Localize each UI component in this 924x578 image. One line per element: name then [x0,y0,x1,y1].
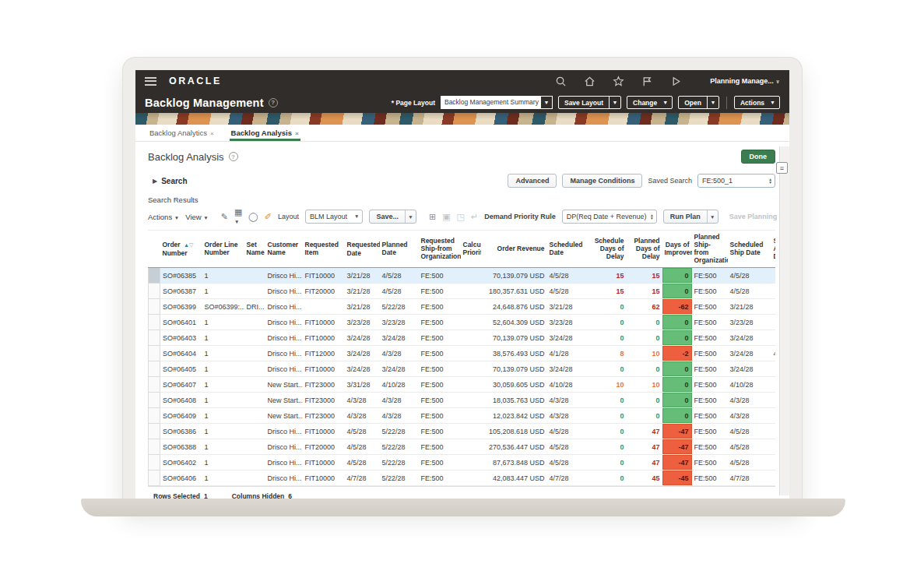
view-menu[interactable]: View ▼ [185,213,209,221]
sort-ascending-icon[interactable]: ▲ [184,242,189,248]
column-header-plan_date[interactable]: Planned Date [380,231,419,268]
highlight-icon[interactable]: ✐ [265,213,272,221]
row-selector-cell[interactable] [149,408,160,424]
cell-sched_ship: 4/5/28 [728,268,771,284]
column-header-revenue[interactable]: Order Revenue [481,231,547,268]
edit-pencil-icon[interactable]: ✎ [221,213,228,221]
cell-sched_arr [771,393,776,408]
row-selector-cell[interactable] [149,439,160,455]
chart-view-icon[interactable]: ▦ ▼ [234,208,242,225]
row-selector-cell[interactable] [149,268,160,284]
row-selector-cell[interactable] [149,315,160,330]
table-row[interactable]: SO#064061Drisco Hi...FIT100004/7/285/22/… [149,471,776,486]
column-header-sched_delay[interactable]: Schedule Days of Delay [588,231,627,268]
search-icon[interactable] [555,76,567,87]
table-row[interactable]: SO#064031Drisco Hi...FIT100003/24/283/24… [149,330,776,346]
table-row[interactable]: SO#064011Drisco Hi...FIT100003/23/283/23… [149,315,776,330]
table-row[interactable]: SO#063851Drisco Hi...FIT100003/21/284/5/… [149,268,776,284]
row-selector-cell[interactable] [149,393,160,408]
column-header-customer[interactable]: Customer Name [265,231,303,268]
column-header-set[interactable]: Set Name [244,231,265,268]
row-selector-cell[interactable] [149,424,160,439]
cell-sched_arr [771,377,776,393]
run-plan-button[interactable]: Run Plan▼ [663,210,718,224]
table-row[interactable]: SO#064071New Start...FIT230003/31/284/10… [149,377,776,393]
row-selector-cell[interactable] [149,471,160,486]
tab-backlog-analysis[interactable]: Backlog Analysis× [230,126,300,141]
cell-req_date: 3/21/28 [345,299,380,315]
cell-plan_org: FE:500 [692,315,728,330]
column-header-improve[interactable]: Days of Improvement [662,231,692,268]
expand-arrow-icon[interactable]: ▶ [153,178,157,185]
cell-sched_date: 4/5/28 [547,284,588,299]
done-button[interactable]: Done [741,150,776,164]
column-header-calc[interactable]: Calculated Priority [461,231,481,268]
table-row[interactable]: SO#064051Drisco Hi...FIT100003/24/283/24… [149,361,776,377]
column-header-sched_arr[interactable]: Scheduled Arrival Date [771,231,776,268]
hamburger-menu-icon[interactable] [145,77,156,86]
cell-improve: 0 [662,377,692,393]
column-header-plan_delay[interactable]: Planned Days of Delay [627,231,662,268]
open-button[interactable]: Open▼ [678,96,719,109]
table-row[interactable]: SO#064041Drisco Hi...FIT120003/24/284/3/… [149,346,776,361]
cell-req_date: 4/3/28 [345,408,380,424]
table-row[interactable]: SO#063881Drisco Hi...FIT200004/5/285/22/… [149,439,776,455]
tab-backlog-analytics[interactable]: Backlog Analytics× [148,126,216,141]
table-row[interactable]: SO#064021Drisco Hi...FIT100004/5/285/22/… [149,455,776,471]
search-results-label: Search Results [148,196,775,204]
row-selector-cell[interactable] [149,377,160,393]
column-header-line[interactable]: Order Line Number [202,231,244,268]
chevron-down-icon[interactable]: ▼ [540,96,553,109]
query-by-example-icon[interactable]: ⊞ [429,213,436,221]
table-row[interactable]: SO#064081New Start...FIT230004/3/284/3/2… [149,393,776,408]
cell-customer: Drisco Hi... [265,455,303,471]
page-layout-select[interactable]: Backlog Management Summary ▼ [441,96,553,109]
row-selector-cell[interactable] [149,361,160,377]
freeze-icon[interactable]: ◯ [248,213,258,221]
panel-expander-icon[interactable]: ≡ [776,162,788,174]
column-header-plan_org[interactable]: Planned Ship-from Organization [692,231,728,268]
table-row[interactable]: SO#063861Drisco Hi...FIT100004/5/285/22/… [149,424,776,439]
cell-calc [461,361,481,377]
column-header-sched_ship[interactable]: Scheduled Ship Date [728,231,771,268]
layout-select[interactable]: BLM Layout ▼ [305,210,363,224]
manage-conditions-button[interactable]: Manage Conditions [562,174,642,188]
notifications-icon[interactable] [670,76,682,87]
column-header-item[interactable]: Requested Item [303,231,345,268]
cell-item: FIT10000 [303,471,345,486]
right-panel-strip[interactable] [779,146,789,495]
actions-button[interactable]: Actions▼ [734,96,780,109]
change-button[interactable]: Change▼ [627,96,673,109]
column-header-order[interactable]: Order ▲▽ Number [160,231,202,268]
row-selector-cell[interactable] [149,299,160,315]
tab-bar: Backlog Analytics× Backlog Analysis× [135,125,789,142]
advanced-button[interactable]: Advanced [508,174,557,188]
row-selector-cell[interactable] [149,346,160,361]
flag-icon[interactable] [641,76,653,87]
row-selector-cell[interactable] [149,455,160,471]
close-icon[interactable]: × [295,130,299,137]
table-row[interactable]: SO#06399SO#06399:...DRI...Drisco Hi...3/… [149,299,776,315]
table-row[interactable]: SO#064091New Start...FIT230004/3/284/3/2… [149,408,776,424]
demand-priority-rule-select[interactable]: DP(Req Date + Revenue) ▴▾ [562,210,657,224]
actions-menu[interactable]: Actions ▼ [148,213,179,221]
cell-plan_delay: 0 [627,315,662,330]
home-icon[interactable] [584,76,596,87]
save-layout-button[interactable]: Save Layout▼ [558,96,621,109]
help-icon[interactable]: ? [229,152,238,161]
column-header-sched_date[interactable]: Scheduled Date [547,231,588,268]
row-selector-cell[interactable] [149,330,160,346]
column-header-req_org[interactable]: Requested Ship-from Organization [419,231,461,268]
user-menu[interactable]: Planning Manage... ∨ [710,77,780,85]
save-button[interactable]: Save...▼ [369,210,416,224]
favorites-star-icon[interactable] [613,76,624,87]
help-icon[interactable]: ? [269,98,278,107]
row-selector-cell[interactable] [149,284,160,299]
close-icon[interactable]: × [210,130,214,137]
cell-plan_date: 3/24/28 [380,361,419,377]
sort-descending-icon[interactable]: ▽ [189,242,193,248]
cell-plan_delay: 0 [627,393,662,408]
column-header-req_date[interactable]: Requested▴ Date [345,231,380,268]
table-row[interactable]: SO#063871Drisco Hi...FIT200003/21/284/5/… [149,284,776,299]
saved-search-select[interactable]: FE:500_1 ▴▾ [697,174,775,188]
